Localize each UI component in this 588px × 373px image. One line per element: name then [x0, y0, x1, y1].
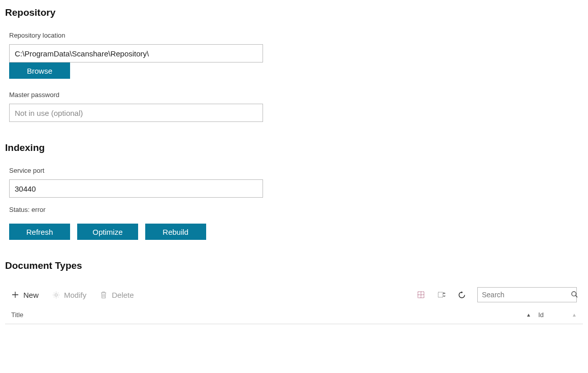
rebuild-button[interactable]: Rebuild — [145, 224, 206, 240]
service-port-label: Service port — [9, 167, 583, 174]
column-title-label: Title — [11, 311, 23, 319]
grid-icon[interactable] — [416, 290, 426, 299]
repository-section: Repository Repository location Browse Ma… — [5, 7, 583, 122]
modify-label: Modify — [64, 291, 86, 299]
document-types-title: Document Types — [5, 260, 583, 271]
document-types-toolbar: New Modify Delete — [5, 285, 583, 305]
refresh-icon[interactable] — [457, 290, 466, 299]
trash-icon — [100, 291, 108, 299]
column-id-label: Id — [538, 311, 544, 319]
new-label: New — [23, 291, 39, 299]
indexing-status-text: Status: error — [9, 206, 583, 213]
indexing-title: Indexing — [5, 142, 583, 153]
plus-icon — [11, 291, 19, 299]
delete-label: Delete — [112, 291, 134, 299]
reset-columns-icon[interactable] — [437, 290, 446, 299]
repository-location-input[interactable] — [9, 44, 263, 63]
modify-button[interactable]: Modify — [52, 291, 86, 299]
search-icon — [571, 291, 578, 299]
browse-button[interactable]: Browse — [9, 63, 70, 79]
search-box[interactable] — [477, 287, 577, 302]
sort-arrow-title-icon: ▲ — [526, 312, 531, 318]
master-password-input[interactable] — [9, 104, 263, 122]
table-header: Title ▲ Id ▲ — [5, 307, 583, 324]
master-password-label: Master password — [9, 91, 583, 99]
new-button[interactable]: New — [11, 291, 39, 299]
refresh-button[interactable]: Refresh — [9, 224, 70, 240]
document-types-section: Document Types New Modify Delete — [5, 260, 583, 324]
service-port-input[interactable] — [9, 179, 263, 198]
column-title[interactable]: Title ▲ — [11, 311, 538, 319]
indexing-section: Indexing Service port Status: error Refr… — [5, 142, 583, 240]
svg-rect-1 — [438, 292, 443, 297]
svg-point-2 — [572, 292, 576, 296]
column-id[interactable]: Id ▲ — [538, 311, 577, 319]
repository-location-label: Repository location — [9, 32, 583, 39]
sort-arrow-id-icon: ▲ — [572, 312, 577, 318]
gear-icon — [52, 291, 60, 299]
search-input[interactable] — [482, 291, 571, 299]
delete-button[interactable]: Delete — [100, 291, 134, 299]
repository-title: Repository — [5, 7, 583, 18]
optimize-button[interactable]: Optimize — [77, 224, 138, 240]
